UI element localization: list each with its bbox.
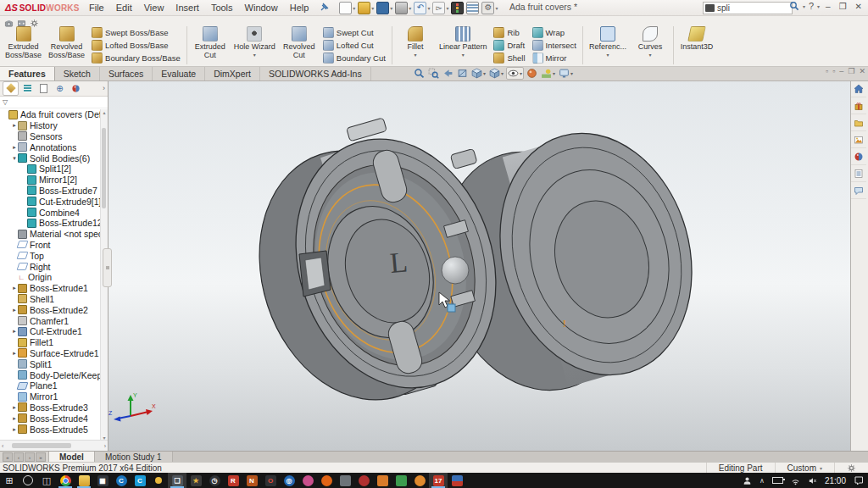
previous-view-button[interactable]: [442, 68, 454, 79]
tree-item-chamfer1[interactable]: Chamfer1: [0, 315, 101, 326]
tree-item-boss-extrude12[interactable]: Boss-Extrude12: [0, 218, 101, 229]
help-button[interactable]: ?: [809, 1, 814, 11]
prev-tab-button[interactable]: ‹: [14, 452, 24, 462]
doc-minimize-button[interactable]: –: [839, 67, 843, 75]
filter-funnel-icon[interactable]: ▽: [3, 98, 8, 106]
clock[interactable]: 21:00: [825, 476, 846, 485]
panel-splitter-handle[interactable]: [103, 248, 112, 287]
graphics-area[interactable]: ! L: [108, 80, 851, 451]
doc-restore-button[interactable]: ❐: [848, 67, 854, 75]
expand-arrow-icon[interactable]: ▸: [11, 328, 18, 335]
taskbar-paint-app-button[interactable]: [298, 473, 317, 488]
wifi-icon[interactable]: [791, 476, 800, 485]
last-tab-button[interactable]: »: [36, 452, 46, 462]
dropdown-caret-icon[interactable]: ▾: [520, 70, 522, 76]
dropdown-caret-icon[interactable]: ▾: [553, 70, 555, 76]
new-file-button[interactable]: ▾: [338, 2, 356, 14]
next-tab-button[interactable]: ›: [25, 452, 35, 462]
minimize-button[interactable]: –: [823, 2, 833, 11]
notification-center-icon[interactable]: [854, 475, 864, 485]
tree-item-shell1[interactable]: Shell1: [0, 294, 101, 305]
ribbon-instant3d-button[interactable]: Instant3D: [676, 25, 717, 65]
view-settings-button[interactable]: ▾: [558, 68, 574, 79]
ribbon-revolved-boss-base-button[interactable]: Revolved Boss/Base: [45, 25, 88, 65]
ribbon-extruded-cut-button[interactable]: Extruded Cut: [190, 25, 231, 65]
model-3d[interactable]: ! L: [108, 80, 851, 451]
search-icon[interactable]: [789, 1, 799, 11]
taskbar-file-explorer-button[interactable]: [75, 473, 93, 488]
panel-tab-dimxpertmanager[interactable]: ⊕: [53, 82, 67, 95]
taskbar-chrome-button[interactable]: [56, 473, 75, 488]
taskbar-app-green-button[interactable]: [392, 473, 410, 488]
taskbar-star-app-button[interactable]: ★: [186, 473, 205, 488]
taskbar-task-view-button[interactable]: ◫: [37, 473, 56, 488]
expand-arrow-icon[interactable]: ▸: [11, 404, 18, 411]
panel-tab-configurationmanager[interactable]: [36, 82, 51, 95]
taskbar-firefox-button[interactable]: [317, 473, 336, 488]
taskbar-flag-app-button[interactable]: [448, 473, 466, 488]
menu-help[interactable]: Help: [284, 2, 315, 14]
dropdown-caret-icon[interactable]: ▾: [371, 5, 374, 11]
tree-item-boss-extrude2[interactable]: ▸Boss-Extrude2: [0, 304, 101, 315]
view-palette-button[interactable]: [851, 131, 866, 148]
tab-solidworks-add-ins[interactable]: SOLIDWORKS Add-Ins: [260, 66, 371, 80]
scroll-left-arrow[interactable]: ‹: [2, 443, 3, 449]
ribbon-rib-button[interactable]: Rib: [493, 27, 525, 38]
taskbar-sw-rx-button[interactable]: R: [224, 473, 242, 488]
search-box[interactable]: [703, 2, 793, 14]
home-button[interactable]: [851, 80, 866, 97]
scroll-thumb[interactable]: [102, 128, 106, 208]
tree-item-combine4[interactable]: Combine4: [0, 207, 101, 218]
ribbon-extruded-boss-base-button[interactable]: Extruded Boss/Base: [2, 25, 45, 65]
tree-item-material-not-specified-[interactable]: Material <not specified>: [0, 229, 101, 240]
rebuild-button[interactable]: [450, 2, 465, 14]
ribbon-swept-cut-button[interactable]: Swept Cut: [323, 27, 386, 38]
dropdown-caret-icon[interactable]: ▾: [446, 5, 448, 11]
taskbar-disk-app-button[interactable]: ◎: [280, 473, 298, 488]
open-file-button[interactable]: ▾: [357, 2, 375, 14]
hidden-icons-chevron[interactable]: ∧: [760, 477, 765, 485]
appearances-button[interactable]: [851, 148, 866, 165]
apply-scene-button[interactable]: ▾: [540, 68, 556, 79]
tree-item-history[interactable]: ▸History: [0, 120, 101, 131]
taskbar-vm-window-button[interactable]: ❑: [168, 473, 186, 488]
tree-item-sensors[interactable]: Sensors: [0, 131, 101, 142]
dropdown-caret-icon[interactable]: ▾: [414, 52, 416, 58]
panel-tabs-overflow-chevron[interactable]: ›: [103, 84, 105, 92]
tree-horizontal-scrollbar[interactable]: ‹›: [0, 440, 108, 451]
search-input[interactable]: [717, 3, 785, 13]
taskbar-app-gray-button[interactable]: [336, 473, 354, 488]
taskbar-app-yellow-button[interactable]: [149, 473, 168, 488]
panel-tab-propertymanager[interactable]: [20, 82, 35, 95]
restore-button[interactable]: ❐: [837, 2, 849, 11]
taskbar-solidworks-2017-button[interactable]: 17: [429, 473, 448, 488]
tree-item-front[interactable]: Front: [0, 240, 101, 251]
taskbar-app-c2-button[interactable]: C: [131, 473, 149, 488]
scroll-right-arrow[interactable]: ›: [104, 443, 106, 449]
file-explorer-button[interactable]: [851, 114, 866, 131]
tree-item-body-delete-keep-1[interactable]: Body-Delete/Keep 1: [0, 369, 101, 380]
ribbon-lofted-cut-button[interactable]: Lofted Cut: [323, 40, 386, 51]
search-caret-icon[interactable]: ▾: [803, 3, 805, 9]
dropdown-caret-icon[interactable]: ▾: [607, 52, 609, 58]
close-button[interactable]: ✕: [853, 2, 865, 11]
tree-item-plane1[interactable]: Plane1: [0, 380, 101, 391]
ribbon-boundary-boss-base-button[interactable]: Boundary Boss/Base: [92, 53, 181, 64]
save-button[interactable]: ▾: [376, 2, 393, 14]
dropdown-caret-icon[interactable]: ▾: [427, 5, 430, 11]
tree-item-annotations[interactable]: ▸Annotations: [0, 141, 101, 152]
tab-sketch[interactable]: Sketch: [55, 66, 100, 80]
doc-close-button[interactable]: ✕: [859, 67, 865, 75]
ribbon-linear-pattern-button[interactable]: Linear Pattern▾: [436, 25, 491, 65]
expand-arrow-icon[interactable]: ▸: [11, 415, 18, 422]
edit-appearance-button[interactable]: [526, 68, 538, 79]
dropdown-caret-icon[interactable]: ▾: [483, 70, 486, 76]
people-icon[interactable]: [743, 476, 752, 485]
tab-dimxpert[interactable]: DimXpert: [205, 66, 260, 80]
view-orientation-button[interactable]: ▾: [470, 68, 487, 79]
taskbar-calculator-button[interactable]: ▦: [93, 473, 112, 488]
tab-evaluate[interactable]: Evaluate: [153, 66, 205, 80]
ribbon-swept-boss-base-button[interactable]: Swept Boss/Base: [92, 27, 181, 38]
scroll-thumb[interactable]: [12, 443, 71, 448]
menu-insert[interactable]: Insert: [170, 2, 205, 14]
